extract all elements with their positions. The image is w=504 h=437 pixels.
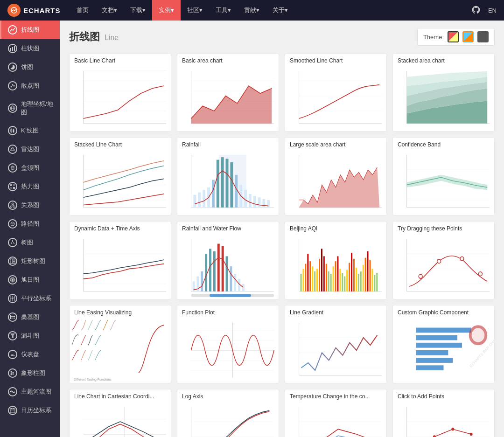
chart-card-smoothed-line[interactable]: Smoothed Line Chart bbox=[285, 53, 387, 132]
sidebar-item-boxplot[interactable]: 盒须图 bbox=[0, 159, 60, 177]
sidebar: 折线图 柱状图 饼图 散点图 bbox=[0, 21, 60, 437]
radar-icon bbox=[8, 145, 17, 154]
nav-community[interactable]: 社区▾ bbox=[181, 0, 209, 21]
svg-rect-192 bbox=[376, 273, 378, 291]
sidebar-item-funnel[interactable]: 漏斗图 bbox=[0, 326, 60, 345]
chart-title-stacked-area: Stacked area chart bbox=[393, 54, 494, 66]
svg-rect-104 bbox=[194, 195, 196, 208]
svg-rect-48 bbox=[10, 315, 11, 319]
sidebar-item-pie[interactable]: 饼图 bbox=[0, 58, 60, 76]
nav-download[interactable]: 下载▾ bbox=[124, 0, 152, 21]
lang-switch[interactable]: EN bbox=[488, 7, 497, 14]
chart-preview-custom-graphic: ECHARTS BAR CHART bbox=[393, 318, 494, 383]
sidebar-item-lines[interactable]: 路径图 bbox=[0, 215, 60, 233]
sidebar-item-tree[interactable]: 树图 bbox=[0, 233, 60, 252]
line-chart-icon bbox=[8, 25, 17, 35]
sidebar-item-calendar[interactable]: 日历坐标系 bbox=[0, 401, 60, 420]
chart-title-line-gradient: Line Gradient bbox=[285, 305, 386, 318]
sidebar-item-graph[interactable]: 关系图 bbox=[0, 196, 60, 215]
svg-rect-220 bbox=[416, 335, 457, 340]
sidebar-item-line[interactable]: 折线图 bbox=[0, 21, 60, 39]
svg-point-26 bbox=[10, 206, 12, 208]
nav-docs[interactable]: 文档▾ bbox=[95, 0, 124, 21]
svg-rect-180 bbox=[349, 263, 350, 291]
sidebar-item-geo[interactable]: 地理坐标/地图 bbox=[0, 95, 60, 121]
chart-preview-line-easing: Different Easing Functions bbox=[70, 318, 171, 383]
theme-selector: Theme: bbox=[417, 28, 495, 46]
chart-card-temperature[interactable]: Temperature Change in the co... bbox=[285, 389, 387, 437]
chart-preview-dynamic-data bbox=[70, 234, 171, 299]
sidebar-item-pictorial[interactable]: 象形柱图 bbox=[0, 364, 60, 382]
svg-rect-148 bbox=[222, 246, 224, 291]
chart-card-line-easing[interactable]: Line Easing Visualizing Different Easing… bbox=[69, 305, 171, 383]
nav-home[interactable]: 首页 bbox=[70, 0, 95, 21]
theme-dark-swatch[interactable] bbox=[477, 31, 489, 42]
calendar-icon bbox=[8, 406, 17, 415]
svg-point-57 bbox=[13, 374, 14, 375]
sidebar-item-sankey[interactable]: 桑基图 bbox=[0, 308, 60, 326]
chart-title-basic-line: Basic Line Chart bbox=[70, 54, 171, 66]
logo[interactable]: ECHARTS bbox=[7, 4, 61, 17]
chart-card-log-axis[interactable]: Log Axis bbox=[177, 389, 279, 437]
nav-tools[interactable]: 工具▾ bbox=[209, 0, 238, 21]
chart-card-dragging-points[interactable]: Try Dragging these Points bbox=[392, 221, 495, 299]
chart-preview-smoothed-line bbox=[285, 66, 386, 131]
svg-rect-167 bbox=[319, 259, 320, 291]
svg-rect-25 bbox=[13, 187, 15, 189]
chart-card-basic-area[interactable]: Basic area chart bbox=[177, 53, 279, 132]
chart-card-cartesian[interactable]: Line Chart in Cartesian Coordi... bbox=[69, 389, 171, 437]
svg-rect-187 bbox=[365, 258, 366, 291]
sidebar-item-heatmap[interactable]: 热力图 bbox=[0, 177, 60, 196]
svg-rect-177 bbox=[342, 273, 343, 291]
sidebar-item-scatter[interactable]: 散点图 bbox=[0, 76, 60, 95]
chart-card-function-plot[interactable]: Function Plot bbox=[177, 305, 279, 383]
sidebar-item-candlestick[interactable]: K 线图 bbox=[0, 121, 60, 140]
sidebar-item-themeriver[interactable]: 主题河流图 bbox=[0, 382, 60, 401]
sidebar-item-bar[interactable]: 柱状图 bbox=[0, 39, 60, 58]
main-layout: 折线图 柱状图 饼图 散点图 bbox=[0, 21, 504, 437]
svg-rect-186 bbox=[363, 265, 364, 291]
chart-card-basic-line[interactable]: Basic Line Chart bbox=[69, 53, 171, 132]
chart-card-custom-graphic[interactable]: Custom Graphic Component ECHARTS BAR CHA… bbox=[392, 305, 495, 383]
theme-blue-swatch[interactable] bbox=[462, 31, 474, 42]
svg-point-42 bbox=[12, 279, 14, 281]
sidebar-item-treemap[interactable]: 矩形树图 bbox=[0, 252, 60, 271]
svg-rect-203 bbox=[70, 318, 171, 383]
nav-right: EN bbox=[471, 5, 497, 16]
graph-icon bbox=[8, 201, 17, 210]
svg-rect-146 bbox=[213, 251, 216, 291]
nav-contribute[interactable]: 贡献▾ bbox=[238, 0, 266, 21]
svg-rect-40 bbox=[13, 259, 15, 261]
chart-card-add-points[interactable]: Click to Add Points bbox=[392, 389, 495, 437]
chart-card-dynamic-data[interactable]: Dynamic Data + Time Axis bbox=[69, 221, 171, 299]
svg-rect-233 bbox=[177, 402, 279, 437]
github-icon[interactable] bbox=[471, 5, 481, 16]
chart-card-beijing-aqi[interactable]: Beijing AQI bbox=[285, 221, 387, 299]
sidebar-item-sunburst[interactable]: 旭日图 bbox=[0, 271, 60, 289]
chart-card-rainfall[interactable]: Rainfall bbox=[177, 137, 279, 215]
chart-card-line-gradient[interactable]: Line Gradient bbox=[285, 305, 387, 383]
svg-rect-2 bbox=[12, 47, 13, 51]
svg-rect-22 bbox=[10, 184, 12, 186]
chart-title-temperature: Temperature Change in the co... bbox=[285, 389, 386, 402]
theme-red-swatch[interactable] bbox=[448, 31, 459, 42]
svg-rect-175 bbox=[337, 256, 338, 291]
chart-card-large-area[interactable]: Large scale area chart bbox=[285, 137, 387, 215]
svg-rect-245 bbox=[393, 402, 494, 437]
chart-card-rainfall-flow[interactable]: Rainfall and Water Flow bbox=[177, 221, 279, 299]
sidebar-item-radar[interactable]: 雷达图 bbox=[0, 140, 60, 159]
sidebar-item-gauge[interactable]: 仪表盘 bbox=[0, 345, 60, 364]
nav-about[interactable]: 关于▾ bbox=[266, 0, 294, 21]
svg-rect-10 bbox=[11, 129, 12, 132]
heatmap-icon bbox=[8, 182, 17, 191]
svg-rect-50 bbox=[14, 318, 15, 319]
chart-title-line-easing: Line Easing Visualizing bbox=[70, 305, 171, 318]
sidebar-item-parallel[interactable]: 平行坐标系 bbox=[0, 289, 60, 308]
svg-line-52 bbox=[12, 354, 13, 356]
chart-card-confidence-band[interactable]: Confidence Band bbox=[392, 137, 495, 215]
nav-examples[interactable]: 实例▾ bbox=[152, 0, 181, 21]
parallel-icon bbox=[8, 294, 17, 303]
tree-icon bbox=[8, 238, 17, 247]
chart-card-stacked-line[interactable]: Stacked Line Chart bbox=[69, 137, 171, 215]
chart-card-stacked-area[interactable]: Stacked area chart bbox=[392, 53, 495, 132]
